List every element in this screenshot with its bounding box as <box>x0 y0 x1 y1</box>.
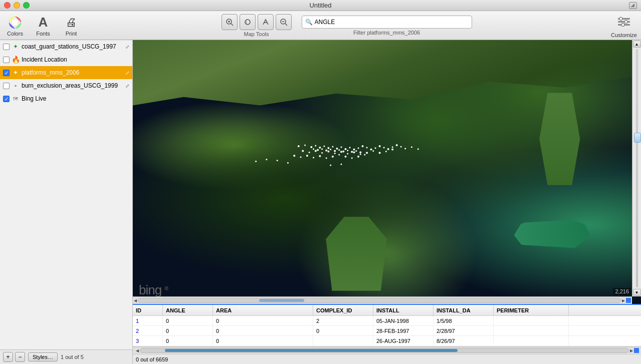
layer-item[interactable]: ✦ coast_guard_stations_USCG_1997 ⤢ <box>0 40 132 53</box>
customize-icon <box>616 13 632 32</box>
svg-point-44 <box>302 150 304 152</box>
search-bar[interactable]: 🔍 <box>302 16 472 29</box>
layer-item[interactable]: ✓ 🗺 Bing Live <box>0 92 132 105</box>
attr-h-scrollbar[interactable]: ◀ ▶ <box>133 346 641 354</box>
customize-label: Customize <box>611 32 637 38</box>
maximize-btn[interactable] <box>23 2 30 9</box>
table-row[interactable]: 3 0 0 26-AUG-1997 8/26/97 <box>133 336 641 346</box>
svg-point-18 <box>624 20 627 23</box>
bing-watermark: bing ® <box>139 282 168 298</box>
svg-point-54 <box>366 152 368 154</box>
table-row[interactable]: 1 0 0 2 05-JAN-1998 1/5/98 <box>133 316 641 326</box>
col-install-header: INSTALL <box>373 305 434 315</box>
layer-item[interactable]: ▪ burn_exclusion_areas_USCG_1999 ⤢ <box>0 79 132 92</box>
fonts-button[interactable]: A Fonts <box>32 13 54 39</box>
h-scroll-thumb[interactable] <box>259 299 304 302</box>
svg-line-5 <box>231 24 233 26</box>
zoom-in-tool[interactable] <box>222 14 238 30</box>
layer-checkbox[interactable]: ✓ <box>3 70 10 76</box>
svg-point-24 <box>319 147 321 149</box>
attr-scroll-track[interactable] <box>140 348 629 353</box>
cell-id: 3 <box>133 336 163 345</box>
map-container[interactable]: bing ® ▲ ▼ 2,216 ◀ ▶ <box>133 40 641 304</box>
svg-point-87 <box>342 150 344 152</box>
svg-point-52 <box>353 151 355 153</box>
svg-point-84 <box>330 149 331 150</box>
layer-icon: 🗺 <box>12 95 20 103</box>
zoom-to-layer[interactable]: ⤢ <box>125 44 129 50</box>
svg-point-47 <box>321 152 323 154</box>
window-title: Untitled <box>309 2 331 9</box>
search-icon: 🔍 <box>305 19 313 26</box>
fonts-label: Fonts <box>36 31 50 37</box>
cell-area: 0 <box>213 316 313 325</box>
map-scale-number: 2,216 <box>613 288 631 295</box>
cell-perimeter <box>494 326 569 335</box>
svg-point-76 <box>340 163 342 165</box>
svg-point-61 <box>306 155 308 157</box>
layer-icon: ✦ <box>12 69 20 77</box>
svg-point-43 <box>400 146 401 147</box>
map-h-scrollbar[interactable]: ◀ ▶ <box>133 296 632 304</box>
sidebar: ✦ coast_guard_stations_USCG_1997 ⤢ 🔥 Inc… <box>0 40 133 364</box>
layer-checkbox[interactable] <box>3 83 10 89</box>
add-layer-button[interactable]: + <box>3 352 13 362</box>
svg-point-81 <box>317 149 319 151</box>
svg-point-63 <box>319 155 321 157</box>
styles-button[interactable]: Styles… <box>28 352 58 361</box>
close-btn[interactable] <box>4 2 11 9</box>
h-scroll-left[interactable]: ◀ <box>134 298 137 303</box>
svg-point-17 <box>619 17 622 20</box>
col-angle-header: ANGLE <box>163 305 213 315</box>
cell-install: 26-AUG-1997 <box>373 336 434 345</box>
svg-point-28 <box>336 148 338 150</box>
svg-point-60 <box>300 156 301 158</box>
svg-point-88 <box>347 150 348 151</box>
map-tool-buttons: i <box>222 14 292 30</box>
zoom-to-layer[interactable]: ⤢ <box>125 83 129 89</box>
table-row[interactable]: 2 0 0 0 28-FEB-1997 2/28/97 <box>133 326 641 336</box>
cell-install: 28-FEB-1997 <box>373 326 434 335</box>
zoom-out-tool[interactable] <box>276 14 292 30</box>
layer-checkbox[interactable] <box>3 57 10 63</box>
minimize-btn[interactable] <box>14 2 20 9</box>
svg-point-59 <box>293 155 295 157</box>
svg-point-57 <box>385 151 387 152</box>
h-scroll-track[interactable] <box>138 298 621 303</box>
h-scroll-right[interactable]: ▶ <box>622 298 625 303</box>
svg-point-69 <box>357 156 359 158</box>
map-indicator <box>626 298 631 303</box>
colors-button[interactable]: Colors <box>4 13 26 39</box>
zoom-thumb[interactable] <box>634 133 641 143</box>
svg-point-19 <box>621 23 624 26</box>
svg-point-90 <box>355 150 357 152</box>
resize-icon[interactable] <box>629 2 637 9</box>
layer-checkbox[interactable] <box>3 44 10 50</box>
layer-checkbox[interactable]: ✓ <box>3 96 10 102</box>
svg-point-22 <box>310 146 312 148</box>
svg-point-74 <box>287 162 289 164</box>
col-id-header: ID <box>133 305 163 315</box>
scroll-down-button[interactable]: ▼ <box>633 289 641 296</box>
zoom-to-layer[interactable]: ⤢ <box>125 70 129 76</box>
sidebar-bottom: + − Styles… 1 out of 5 <box>0 349 132 364</box>
identify-tool[interactable] <box>258 14 274 30</box>
svg-point-36 <box>370 148 372 150</box>
scroll-up-button[interactable]: ▲ <box>633 41 641 48</box>
svg-point-72 <box>266 159 267 160</box>
layer-item[interactable]: 🔥 Incident Location <box>0 53 132 66</box>
print-button[interactable]: 🖨 Print <box>60 13 82 39</box>
svg-point-42 <box>395 144 397 146</box>
remove-layer-button[interactable]: − <box>15 352 25 362</box>
cell-angle: 0 <box>163 326 213 335</box>
attr-scroll-thumb[interactable] <box>165 349 458 352</box>
customize-button[interactable]: Customize <box>611 13 637 38</box>
attr-scroll-right[interactable]: ▶ <box>629 347 634 354</box>
attr-scroll-left[interactable]: ◀ <box>135 347 140 354</box>
layer-item-selected[interactable]: ✓ ✦ platforms_mms_2006 ⤢ <box>0 66 132 79</box>
colors-label: Colors <box>7 31 23 37</box>
pan-tool[interactable]: i <box>240 14 256 30</box>
svg-point-3 <box>12 20 18 26</box>
yucatan <box>326 217 387 291</box>
search-input[interactable] <box>315 19 469 26</box>
